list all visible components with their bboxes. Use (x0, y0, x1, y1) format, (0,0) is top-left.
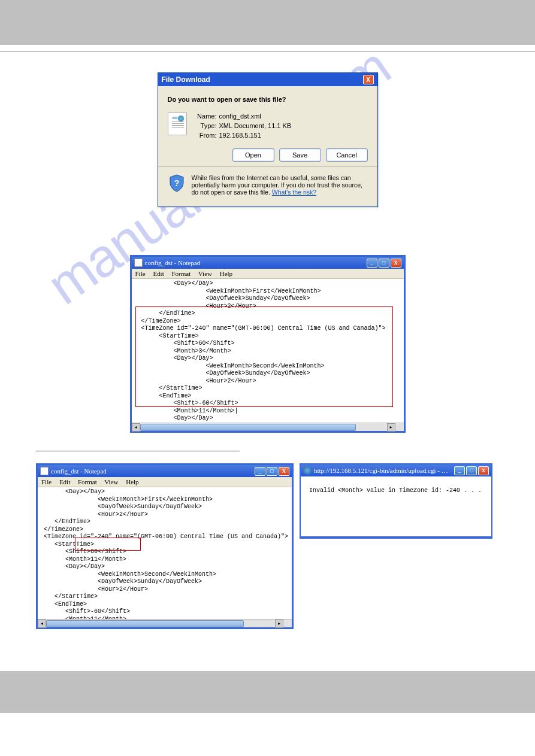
minimize-icon[interactable]: _ (255, 467, 265, 476)
svg-text:?: ? (174, 178, 179, 188)
ie-titlebar[interactable]: http://192.168.5.121/cgi-bin/admin/uploa… (301, 464, 491, 476)
close-icon[interactable]: X (363, 75, 374, 84)
notepad-icon (134, 259, 143, 267)
globe-icon (177, 115, 185, 122)
notepad2-menubar[interactable]: File Edit Format View Help (38, 477, 292, 487)
scroll-thumb[interactable] (140, 424, 356, 431)
notepad2-titlebar[interactable]: config_dst - Notepad _ □ X (38, 465, 292, 477)
menu-help[interactable]: Help (220, 270, 232, 277)
value-from: 192.168.5.151 (219, 132, 292, 139)
close-icon[interactable]: X (478, 466, 489, 475)
dialog-prompt: Do you want to open or save this file? (168, 96, 368, 103)
page-footer-band (0, 671, 535, 713)
menu-file[interactable]: File (135, 270, 146, 277)
shield-icon: ? (169, 174, 185, 192)
ie-body-text: Invalid <Month> value in TimeZone id: -2… (301, 476, 491, 536)
notepad2-content[interactable]: <Day></Day> <WeekInMonth>First</WeekInMo… (38, 487, 292, 619)
ie-bottom-border (301, 536, 491, 538)
scroll-thumb[interactable] (46, 620, 244, 627)
scrollbar-horizontal[interactable]: ◄ ► (38, 619, 292, 627)
ie-error-window: http://192.168.5.121/cgi-bin/admin/uploa… (300, 463, 492, 539)
page-header-band (0, 0, 535, 45)
menu-view[interactable]: View (198, 270, 212, 277)
notepad2-title: config_dst - Notepad (51, 467, 107, 475)
highlight-box (75, 538, 141, 551)
menu-format[interactable]: Format (78, 478, 97, 485)
file-download-dialog: File Download X Do you want to open or s… (158, 72, 378, 207)
scroll-left-icon[interactable]: ◄ (38, 620, 46, 628)
label-name: Name: (197, 113, 219, 120)
menu-edit[interactable]: Edit (153, 270, 164, 277)
notepad-window-2: config_dst - Notepad _ □ X File Edit For… (36, 463, 294, 629)
notepad1-menubar[interactable]: File Edit Format View Help (132, 269, 404, 279)
warning-text: While files from the Internet can be use… (192, 174, 367, 196)
close-icon[interactable]: X (391, 259, 401, 268)
menu-format[interactable]: Format (171, 270, 191, 277)
value-name: config_dst.xml (219, 113, 292, 120)
file-icon (168, 113, 187, 135)
label-type: Type: (197, 122, 219, 129)
notepad-window-1: config_dst - Notepad _ □ X File Edit For… (130, 255, 406, 433)
scroll-right-icon[interactable]: ► (275, 620, 283, 628)
label-from: From: (197, 132, 219, 139)
whats-the-risk-link[interactable]: What's the risk? (272, 189, 316, 196)
cancel-button[interactable]: Cancel (326, 148, 368, 162)
menu-help[interactable]: Help (126, 478, 138, 485)
scroll-left-icon[interactable]: ◄ (132, 423, 140, 432)
scrollbar-horizontal[interactable]: ◄ ► (132, 423, 404, 431)
notepad-icon (40, 467, 49, 475)
notepad1-title: config_dst - Notepad (145, 259, 201, 266)
dialog-titlebar[interactable]: File Download X (158, 73, 377, 86)
minimize-icon[interactable]: _ (454, 466, 465, 475)
minimize-icon[interactable]: _ (367, 259, 377, 268)
save-button[interactable]: Save (279, 148, 321, 162)
menu-view[interactable]: View (104, 478, 118, 485)
close-icon[interactable]: X (279, 467, 289, 476)
maximize-icon[interactable]: □ (267, 467, 277, 476)
notepad1-titlebar[interactable]: config_dst - Notepad _ □ X (132, 257, 404, 269)
dialog-title: File Download (162, 75, 210, 84)
ie-title: http://192.168.5.121/cgi-bin/admin/uploa… (314, 467, 452, 474)
menu-file[interactable]: File (41, 478, 52, 485)
open-button[interactable]: Open (232, 148, 274, 162)
section-divider (36, 451, 240, 451)
highlight-box (135, 306, 393, 407)
ie-icon (303, 466, 312, 475)
menu-edit[interactable]: Edit (59, 478, 70, 485)
maximize-icon[interactable]: □ (466, 466, 477, 475)
value-type: XML Document, 11.1 KB (219, 122, 292, 129)
maximize-icon[interactable]: □ (379, 259, 389, 268)
scroll-right-icon[interactable]: ► (387, 423, 395, 432)
